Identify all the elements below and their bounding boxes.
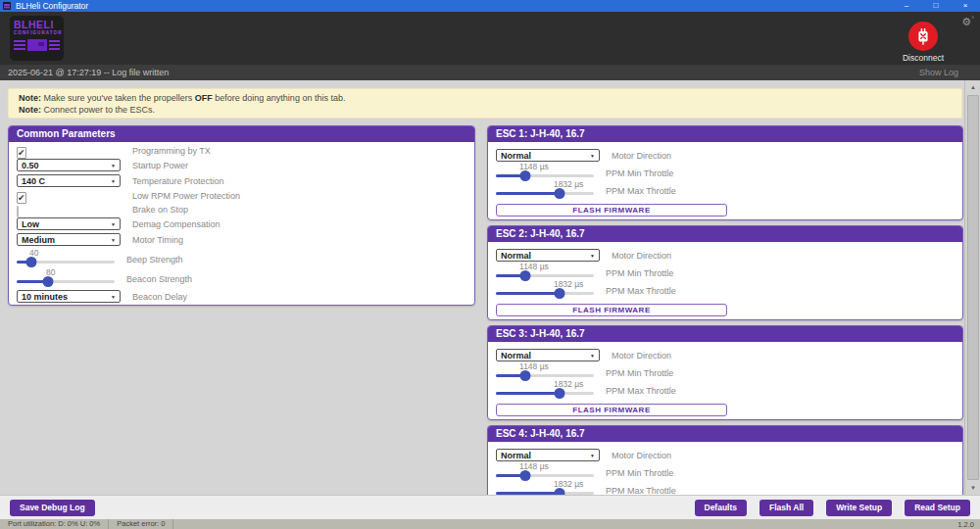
programming-by-tx-checkbox[interactable]: ✔ bbox=[17, 147, 26, 159]
note-bold: OFF bbox=[195, 93, 213, 103]
brake-on-stop-label: Brake on Stop bbox=[132, 205, 188, 215]
esc-panel-body: Normal ▼ Motor Direction 1148 µs PPM Min… bbox=[488, 242, 962, 316]
vertical-scrollbar[interactable]: ▲ ▼ bbox=[964, 80, 980, 495]
defaults-button[interactable]: Defaults bbox=[695, 500, 748, 516]
row-motor-direction: Normal ▼ Motor Direction bbox=[496, 449, 955, 461]
slider-fill bbox=[496, 192, 560, 195]
row-temperature-protection: 140 C ▼ Temperature Protection bbox=[17, 174, 466, 187]
beacon-strength-label: Beacon Strength bbox=[126, 274, 192, 284]
programming-by-tx-label: Programming by TX bbox=[132, 146, 211, 156]
packet-error-status: Packet error: 0 bbox=[109, 519, 173, 529]
slider-thumb[interactable] bbox=[555, 388, 565, 399]
temperature-protection-select[interactable]: 140 C ▼ bbox=[17, 174, 121, 187]
scrollbar-thumb[interactable] bbox=[967, 95, 979, 480]
esc-panel-body: Normal ▼ Motor Direction 1148 µs PPM Min… bbox=[488, 342, 962, 416]
note-line-1: Note: Make sure you've taken the propell… bbox=[19, 92, 952, 104]
logo-bars-right bbox=[49, 40, 61, 50]
motor-direction-select[interactable]: Normal ▼ bbox=[496, 149, 600, 162]
motor-direction-select[interactable]: Normal ▼ bbox=[496, 449, 600, 461]
gear-small-icon: ° bbox=[971, 16, 974, 23]
row-ppm-max: 1832 µs PPM Max Throttle bbox=[496, 382, 955, 400]
chevron-down-icon: ▼ bbox=[590, 353, 595, 359]
maximize-icon[interactable]: □ bbox=[921, 0, 951, 12]
select-value: Medium bbox=[22, 235, 55, 245]
logo-chip bbox=[27, 39, 47, 51]
row-ppm-max: 1832 µs PPM Max Throttle bbox=[496, 482, 955, 495]
select-value: Normal bbox=[501, 151, 531, 161]
minimize-icon[interactable]: – bbox=[892, 0, 921, 12]
version-label: 1.2.0 bbox=[957, 520, 980, 529]
row-startup-power: 0.50 ▼ Startup Power bbox=[17, 159, 466, 171]
slider-thumb[interactable] bbox=[555, 188, 565, 199]
chevron-down-icon: ▼ bbox=[590, 153, 595, 159]
ppm-max-label: PPM Max Throttle bbox=[606, 186, 676, 196]
select-value: 0.50 bbox=[22, 161, 39, 170]
save-debug-log-button[interactable]: Save Debug Log bbox=[10, 500, 95, 516]
flash-firmware-button[interactable]: FLASH FIRMWARE bbox=[496, 204, 727, 216]
motor-direction-select[interactable]: Normal ▼ bbox=[496, 249, 600, 262]
esc-column: ESC 1: J-H-40, 16.7 Normal ▼ Motor Direc… bbox=[487, 125, 963, 495]
low-rpm-power-protection-label: Low RPM Power Protection bbox=[132, 191, 240, 201]
flash-firmware-button[interactable]: FLASH FIRMWARE bbox=[496, 404, 727, 416]
logo-bars-left bbox=[14, 40, 25, 50]
ppm-max-slider[interactable]: 1832 µs bbox=[496, 280, 594, 300]
slider-thumb[interactable] bbox=[555, 288, 565, 299]
usb-plug-icon bbox=[908, 22, 938, 51]
select-value: 10 minutes bbox=[22, 292, 68, 302]
show-log-link[interactable]: Show Log bbox=[919, 68, 958, 77]
app-header: BLHELI CONFIGURATOR ⚙° Disconnect bbox=[0, 12, 980, 65]
esc-panel-2: ESC 2: J-H-40, 16.7 Normal ▼ Motor Direc… bbox=[487, 225, 963, 320]
startup-power-select[interactable]: 0.50 ▼ bbox=[17, 159, 121, 171]
row-ppm-max: 1832 µs PPM Max Throttle bbox=[496, 282, 955, 300]
disconnect-label: Disconnect bbox=[894, 53, 953, 63]
startup-power-label: Startup Power bbox=[132, 161, 188, 170]
select-value: Low bbox=[22, 219, 39, 229]
row-motor-direction: Normal ▼ Motor Direction bbox=[496, 349, 955, 361]
beacon-delay-select[interactable]: 10 minutes ▼ bbox=[17, 290, 121, 303]
chevron-down-icon: ▼ bbox=[111, 163, 116, 168]
scroll-up-icon[interactable]: ▲ bbox=[965, 80, 980, 94]
select-value: Normal bbox=[501, 251, 531, 261]
ppm-max-label: PPM Max Throttle bbox=[606, 286, 676, 296]
write-setup-button[interactable]: Write Setup bbox=[826, 500, 892, 516]
row-motor-direction: Normal ▼ Motor Direction bbox=[496, 249, 955, 262]
ppm-min-label: PPM Min Throttle bbox=[606, 368, 673, 378]
scroll-down-icon[interactable]: ▼ bbox=[965, 481, 980, 495]
motor-direction-label: Motor Direction bbox=[612, 251, 671, 261]
settings-gear-icon[interactable]: ⚙° bbox=[961, 16, 974, 28]
flash-firmware-button[interactable]: FLASH FIRMWARE bbox=[496, 304, 727, 316]
footer-bar: Save Debug Log Defaults Flash All Write … bbox=[0, 495, 980, 519]
row-beacon-strength: 80 Beacon Strength bbox=[17, 268, 466, 288]
row-motor-timing: Medium ▼ Motor Timing bbox=[17, 233, 466, 246]
window-title: BLHeli Configurator bbox=[16, 0, 88, 12]
read-setup-button[interactable]: Read Setup bbox=[905, 500, 970, 516]
beep-strength-slider[interactable]: 40 bbox=[17, 249, 115, 268]
app-icon bbox=[3, 2, 11, 10]
demag-compensation-select[interactable]: Low ▼ bbox=[17, 217, 121, 230]
row-motor-direction: Normal ▼ Motor Direction bbox=[496, 149, 955, 162]
ppm-max-slider[interactable]: 1832 µs bbox=[496, 380, 594, 400]
row-beacon-delay: 10 minutes ▼ Beacon Delay bbox=[17, 290, 466, 303]
logo-text-main: BLHELI bbox=[14, 20, 60, 30]
slider-thumb[interactable] bbox=[26, 257, 37, 267]
main-content: Note: Make sure you've taken the propell… bbox=[0, 80, 980, 495]
motor-timing-select[interactable]: Medium ▼ bbox=[17, 233, 121, 246]
ppm-max-slider[interactable]: 1832 µs bbox=[496, 180, 594, 200]
esc-panel-3: ESC 3: J-H-40, 16.7 Normal ▼ Motor Direc… bbox=[487, 325, 963, 420]
ppm-max-slider[interactable]: 1832 µs bbox=[496, 480, 594, 495]
brake-on-stop-checkbox[interactable] bbox=[17, 206, 19, 217]
esc-panel-body: Normal ▼ Motor Direction 1148 µs PPM Min… bbox=[488, 142, 962, 216]
slider-thumb[interactable] bbox=[43, 276, 54, 287]
beacon-strength-slider[interactable]: 80 bbox=[17, 268, 115, 288]
slider-fill bbox=[496, 292, 560, 295]
ppm-min-label: PPM Min Throttle bbox=[606, 268, 673, 278]
flash-all-button[interactable]: Flash All bbox=[760, 500, 813, 516]
slider-thumb[interactable] bbox=[555, 488, 565, 495]
chevron-down-icon: ▼ bbox=[111, 178, 116, 184]
motor-direction-select[interactable]: Normal ▼ bbox=[496, 349, 600, 361]
slider-fill bbox=[496, 392, 560, 395]
gear-icon: ⚙ bbox=[961, 16, 971, 27]
close-icon[interactable]: × bbox=[951, 0, 980, 12]
disconnect-button[interactable]: Disconnect bbox=[894, 22, 953, 63]
row-brake-on-stop: Brake on Stop bbox=[17, 204, 466, 216]
